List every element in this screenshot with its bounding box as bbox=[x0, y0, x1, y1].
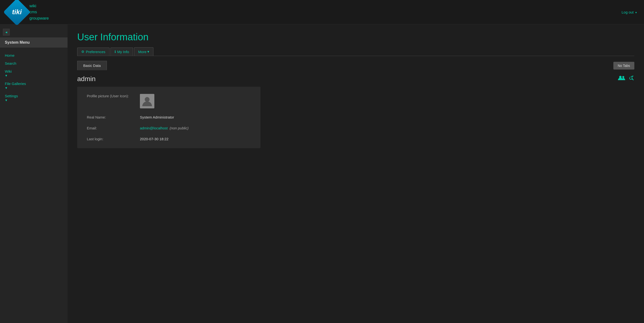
section-tabs: Basic Data No Tabs bbox=[77, 61, 634, 70]
tabs-bar: ⚙ Preferences ℹ My Info More ▾ bbox=[77, 47, 634, 56]
user-action-icons bbox=[618, 75, 634, 82]
sidebar-item-search[interactable]: Search bbox=[0, 59, 68, 67]
svg-point-4 bbox=[145, 97, 150, 102]
username-heading: admin bbox=[77, 75, 96, 83]
logo-text: wiki cms groupware bbox=[30, 3, 49, 22]
sidebar-menu-title: System Menu bbox=[0, 38, 68, 48]
tab-my-info[interactable]: ℹ My Info bbox=[110, 48, 133, 56]
page-title: User Information bbox=[77, 32, 634, 43]
tab-more[interactable]: More ▾ bbox=[134, 47, 154, 56]
last-login-row: Last login: 2020-07-30 18:22 bbox=[87, 137, 251, 141]
sidebar-nav: Home Search Wiki ▾ File Galleries ▾ Sett… bbox=[0, 49, 68, 107]
settings-dropdown-icon: ▾ bbox=[5, 98, 63, 102]
user-block: admin bbox=[77, 75, 634, 83]
sidebar-item-file-galleries[interactable]: File Galleries ▾ bbox=[0, 80, 68, 92]
logout-button[interactable]: Log out bbox=[622, 10, 637, 14]
logo-area: tiki wiki cms groupware bbox=[7, 3, 49, 22]
sidebar: ◄ System Menu Home Search Wiki ▾ File Ga… bbox=[0, 24, 68, 323]
content-area: User Information ⚙ Preferences ℹ My Info… bbox=[68, 24, 644, 323]
profile-picture-label: Profile picture (User Icon): bbox=[87, 94, 135, 98]
email-value: admin@localhost (non public) bbox=[140, 126, 188, 130]
wrench-icon[interactable] bbox=[628, 75, 634, 82]
email-row: Email: admin@localhost (non public) bbox=[87, 126, 251, 130]
my-info-info-icon: ℹ bbox=[114, 50, 116, 54]
preferences-gear-icon: ⚙ bbox=[81, 50, 84, 54]
email-non-public: (non public) bbox=[170, 126, 188, 130]
file-galleries-dropdown-icon: ▾ bbox=[5, 86, 63, 90]
sidebar-toggle-button[interactable]: ◄ bbox=[3, 29, 10, 36]
logout-chevron-icon bbox=[634, 10, 637, 14]
profile-picture-row: Profile picture (User Icon): bbox=[87, 94, 251, 108]
sidebar-item-wiki[interactable]: Wiki ▾ bbox=[0, 67, 68, 80]
header: tiki wiki cms groupware Log out bbox=[0, 0, 644, 24]
wiki-dropdown-icon: ▾ bbox=[5, 73, 63, 78]
section-tabs-left: Basic Data bbox=[77, 61, 107, 70]
last-login-label: Last login: bbox=[87, 137, 135, 141]
logo-letter: tiki bbox=[12, 8, 22, 16]
sidebar-item-home[interactable]: Home bbox=[0, 52, 68, 59]
group-users-icon[interactable] bbox=[618, 75, 625, 82]
profile-picture-value bbox=[140, 94, 154, 108]
sidebar-item-settings[interactable]: Settings ▾ bbox=[0, 92, 68, 104]
real-name-row: Real Name: System Administrator bbox=[87, 115, 251, 119]
info-card: Profile picture (User Icon): Real Name: bbox=[77, 87, 260, 148]
section-tab-basic-data[interactable]: Basic Data bbox=[77, 61, 107, 70]
real-name-value: System Administrator bbox=[140, 115, 174, 119]
no-tabs-button[interactable]: No Tabs bbox=[613, 62, 634, 70]
logout-area: Log out bbox=[622, 10, 637, 14]
main-layout: ◄ System Menu Home Search Wiki ▾ File Ga… bbox=[0, 24, 644, 323]
more-chevron-icon: ▾ bbox=[147, 50, 149, 54]
email-label: Email: bbox=[87, 126, 135, 130]
svg-point-1 bbox=[622, 76, 624, 78]
profile-picture-image bbox=[140, 94, 154, 108]
tab-preferences[interactable]: ⚙ Preferences bbox=[77, 48, 110, 56]
real-name-label: Real Name: bbox=[87, 115, 135, 119]
last-login-value: 2020-07-30 18:22 bbox=[140, 137, 168, 141]
email-link[interactable]: admin@localhost bbox=[140, 126, 168, 130]
logo-diamond: tiki bbox=[3, 0, 30, 26]
